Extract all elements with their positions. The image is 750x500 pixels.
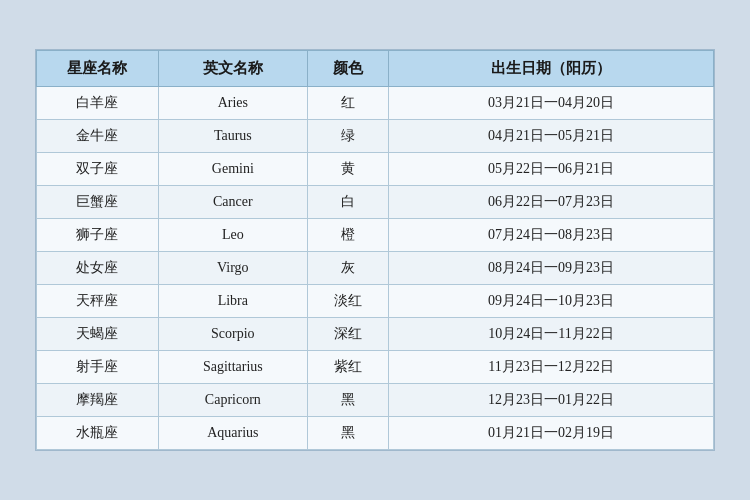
cell-color: 灰 [307, 252, 388, 285]
cell-date: 06月22日一07月23日 [389, 186, 714, 219]
table-row: 摩羯座Capricorn黑12月23日一01月22日 [37, 384, 714, 417]
table-row: 双子座Gemini黄05月22日一06月21日 [37, 153, 714, 186]
table-row: 狮子座Leo橙07月24日一08月23日 [37, 219, 714, 252]
table-row: 金牛座Taurus绿04月21日一05月21日 [37, 120, 714, 153]
cell-english: Aries [158, 87, 307, 120]
cell-english: Leo [158, 219, 307, 252]
header-english: 英文名称 [158, 51, 307, 87]
table-header-row: 星座名称 英文名称 颜色 出生日期（阳历） [37, 51, 714, 87]
cell-color: 橙 [307, 219, 388, 252]
cell-english: Sagittarius [158, 351, 307, 384]
cell-date: 08月24日一09月23日 [389, 252, 714, 285]
cell-color: 紫红 [307, 351, 388, 384]
cell-chinese: 处女座 [37, 252, 159, 285]
header-date: 出生日期（阳历） [389, 51, 714, 87]
cell-chinese: 水瓶座 [37, 417, 159, 450]
cell-color: 黑 [307, 384, 388, 417]
cell-chinese: 金牛座 [37, 120, 159, 153]
cell-color: 绿 [307, 120, 388, 153]
cell-date: 01月21日一02月19日 [389, 417, 714, 450]
cell-date: 04月21日一05月21日 [389, 120, 714, 153]
zodiac-table: 星座名称 英文名称 颜色 出生日期（阳历） 白羊座Aries红03月21日一04… [36, 50, 714, 450]
table-row: 水瓶座Aquarius黑01月21日一02月19日 [37, 417, 714, 450]
cell-date: 12月23日一01月22日 [389, 384, 714, 417]
table-row: 天蝎座Scorpio深红10月24日一11月22日 [37, 318, 714, 351]
cell-color: 红 [307, 87, 388, 120]
cell-chinese: 巨蟹座 [37, 186, 159, 219]
cell-chinese: 射手座 [37, 351, 159, 384]
cell-english: Gemini [158, 153, 307, 186]
table-row: 白羊座Aries红03月21日一04月20日 [37, 87, 714, 120]
cell-english: Virgo [158, 252, 307, 285]
table-row: 射手座Sagittarius紫红11月23日一12月22日 [37, 351, 714, 384]
cell-chinese: 双子座 [37, 153, 159, 186]
cell-english: Aquarius [158, 417, 307, 450]
table-row: 处女座Virgo灰08月24日一09月23日 [37, 252, 714, 285]
cell-date: 10月24日一11月22日 [389, 318, 714, 351]
cell-date: 05月22日一06月21日 [389, 153, 714, 186]
cell-chinese: 狮子座 [37, 219, 159, 252]
table-row: 巨蟹座Cancer白06月22日一07月23日 [37, 186, 714, 219]
cell-date: 07月24日一08月23日 [389, 219, 714, 252]
cell-color: 淡红 [307, 285, 388, 318]
cell-date: 09月24日一10月23日 [389, 285, 714, 318]
header-chinese: 星座名称 [37, 51, 159, 87]
cell-chinese: 摩羯座 [37, 384, 159, 417]
cell-date: 03月21日一04月20日 [389, 87, 714, 120]
cell-english: Scorpio [158, 318, 307, 351]
cell-color: 黑 [307, 417, 388, 450]
cell-chinese: 白羊座 [37, 87, 159, 120]
cell-english: Taurus [158, 120, 307, 153]
table-body: 白羊座Aries红03月21日一04月20日金牛座Taurus绿04月21日一0… [37, 87, 714, 450]
cell-chinese: 天蝎座 [37, 318, 159, 351]
cell-english: Capricorn [158, 384, 307, 417]
cell-english: Libra [158, 285, 307, 318]
table-row: 天秤座Libra淡红09月24日一10月23日 [37, 285, 714, 318]
cell-date: 11月23日一12月22日 [389, 351, 714, 384]
cell-color: 黄 [307, 153, 388, 186]
cell-color: 白 [307, 186, 388, 219]
cell-chinese: 天秤座 [37, 285, 159, 318]
header-color: 颜色 [307, 51, 388, 87]
cell-color: 深红 [307, 318, 388, 351]
cell-english: Cancer [158, 186, 307, 219]
zodiac-table-container: 星座名称 英文名称 颜色 出生日期（阳历） 白羊座Aries红03月21日一04… [35, 49, 715, 451]
